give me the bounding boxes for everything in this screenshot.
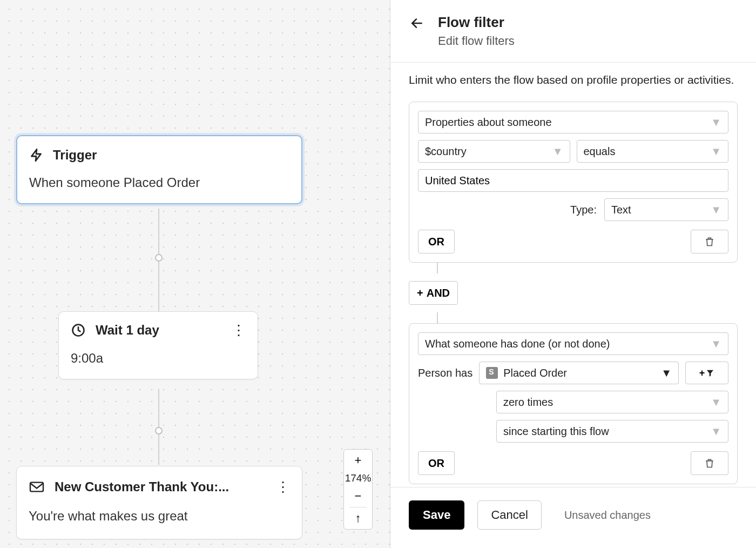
minus-icon: − (355, 489, 362, 503)
plus-icon: + (417, 287, 423, 299)
unsaved-changes-label: Unsaved changes (564, 509, 651, 522)
or-button[interactable]: OR (418, 230, 455, 253)
cancel-button[interactable]: Cancel (477, 500, 541, 530)
funnel-icon (706, 369, 714, 377)
kebab-icon: ⋮ (276, 479, 290, 495)
chevron-down-icon: ▼ (711, 338, 721, 350)
or-button[interactable]: OR (418, 451, 455, 475)
connector-dot[interactable] (155, 254, 163, 262)
add-event-filter-button[interactable]: + (685, 362, 728, 384)
back-button[interactable] (409, 14, 425, 30)
chevron-down-icon: ▼ (661, 367, 672, 379)
type-label: Type: (570, 204, 597, 216)
person-has-label: Person has (418, 367, 473, 379)
chevron-down-icon: ▼ (711, 145, 721, 158)
chevron-down-icon: ▼ (711, 396, 721, 409)
panel-title: Flow filter (438, 14, 515, 31)
plus-icon: + (699, 367, 705, 379)
wait-title: Wait 1 day (96, 323, 222, 338)
count-select[interactable]: zero times ▼ (496, 391, 728, 413)
zoom-level: 174% (345, 471, 372, 485)
filter-panel: Flow filter Edit flow filters Limit who … (390, 0, 756, 548)
panel-description: Limit who enters the flow based on profi… (409, 73, 738, 86)
filter-group-1: Properties about someone ▼ $country ▼ eq… (409, 102, 738, 263)
type-select[interactable]: Text ▼ (604, 198, 728, 221)
condition-type-select[interactable]: Properties about someone ▼ (418, 111, 728, 133)
chevron-down-icon: ▼ (552, 145, 563, 158)
arrow-left-icon (409, 16, 425, 30)
value-input[interactable] (418, 169, 728, 192)
property-value: $country (425, 145, 467, 158)
chevron-down-icon: ▼ (711, 425, 721, 438)
plus-icon: + (355, 453, 362, 467)
trigger-title: Trigger (53, 148, 97, 163)
add-and-button[interactable]: + AND (409, 281, 458, 305)
wait-time: 9:00a (71, 351, 246, 366)
clock-icon (71, 323, 86, 338)
count-value: zero times (503, 396, 553, 409)
condition-type-select[interactable]: What someone has done (or not done) ▼ (418, 332, 728, 355)
event-select[interactable]: Placed Order ▼ (479, 362, 679, 384)
svg-rect-1 (30, 483, 43, 492)
filter-group-2: What someone has done (or not done) ▼ Pe… (409, 323, 738, 484)
email-subject: You're what makes us great (29, 509, 290, 524)
email-menu-button[interactable]: ⋮ (276, 480, 290, 494)
wait-menu-button[interactable]: ⋮ (232, 323, 246, 337)
trigger-description: When someone Placed Order (29, 175, 289, 190)
zoom-reset-button[interactable]: ↑ (344, 507, 372, 529)
condition-type-value: Properties about someone (425, 116, 552, 129)
arrow-up-icon: ↑ (355, 511, 361, 525)
and-connector (437, 263, 438, 273)
event-value: Placed Order (503, 367, 656, 379)
envelope-icon (29, 480, 45, 493)
lightning-icon (29, 147, 43, 163)
and-connector (437, 312, 438, 323)
chevron-down-icon: ▼ (711, 204, 721, 216)
flow-canvas[interactable]: Trigger When someone Placed Order Wait 1… (0, 0, 390, 548)
delete-condition-button[interactable] (691, 230, 728, 253)
shopify-icon (486, 367, 498, 379)
and-label: AND (427, 287, 450, 299)
trash-icon (704, 236, 715, 248)
connector-line (158, 389, 159, 465)
type-value: Text (611, 204, 631, 216)
timeframe-select[interactable]: since starting this flow ▼ (496, 420, 728, 443)
chevron-down-icon: ▼ (711, 116, 721, 129)
operator-value: equals (584, 145, 616, 158)
trash-icon (704, 457, 715, 469)
email-node[interactable]: New Customer Thank You:... ⋮ You're what… (16, 466, 302, 539)
email-title: New Customer Thank You:... (55, 479, 266, 494)
zoom-out-button[interactable]: − (344, 485, 372, 507)
save-button[interactable]: Save (409, 500, 464, 530)
trigger-node[interactable]: Trigger When someone Placed Order (16, 135, 302, 204)
connector-dot[interactable] (155, 427, 163, 435)
kebab-icon: ⋮ (232, 322, 246, 338)
delete-condition-button[interactable] (691, 451, 728, 475)
connector-line (158, 209, 159, 311)
property-select[interactable]: $country ▼ (418, 140, 570, 163)
timeframe-value: since starting this flow (503, 425, 609, 438)
zoom-in-button[interactable]: + (344, 450, 372, 471)
operator-select[interactable]: equals ▼ (577, 140, 729, 163)
condition-type-value: What someone has done (or not done) (425, 338, 610, 350)
zoom-controls: + 174% − ↑ (343, 449, 373, 530)
wait-node[interactable]: Wait 1 day ⋮ 9:00a (58, 311, 258, 379)
panel-subtitle: Edit flow filters (438, 34, 515, 48)
